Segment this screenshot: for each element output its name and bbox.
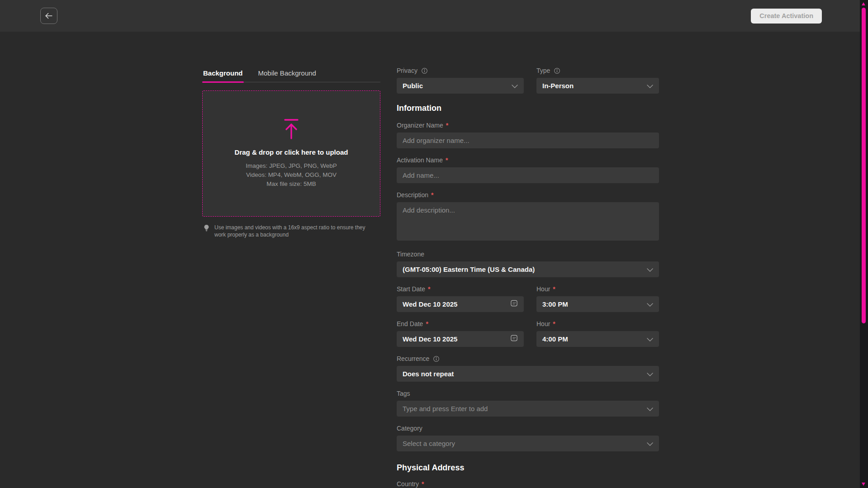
upload-dropzone[interactable]: Drag & drop or click here to upload Imag… <box>202 90 380 217</box>
scrollbar-thumb[interactable] <box>862 8 866 323</box>
category-select[interactable]: Select a category <box>397 436 659 451</box>
privacy-select[interactable]: Public <box>397 78 524 94</box>
required-asterisk: * <box>422 480 424 488</box>
timezone-label: Timezone <box>397 251 424 258</box>
chevron-down-icon <box>647 300 653 308</box>
required-asterisk: * <box>446 156 448 164</box>
aspect-ratio-hint: Use images and videos with a 16x9 aspect… <box>202 224 380 238</box>
lightbulb-icon <box>203 224 210 233</box>
organizer-name-input[interactable] <box>397 133 659 148</box>
type-value: In-Person <box>542 82 574 90</box>
page-scrollbar[interactable] <box>860 0 868 488</box>
required-asterisk: * <box>426 320 428 327</box>
required-asterisk: * <box>446 122 448 129</box>
background-upload-panel: Background Mobile Background Drag & drop… <box>202 69 380 238</box>
dropzone-title: Drag & drop or click here to upload <box>235 148 348 156</box>
start-hour-value: 3:00 PM <box>542 300 568 308</box>
calendar-icon <box>510 299 518 309</box>
chevron-down-icon <box>512 82 518 90</box>
tags-input[interactable]: Type and press Enter to add <box>397 401 659 417</box>
chevron-down-icon <box>647 440 653 448</box>
chevron-down-icon <box>647 82 653 90</box>
organizer-name-label: Organizer Name <box>397 122 443 129</box>
scrollbar-down-arrow-icon[interactable] <box>862 483 865 486</box>
privacy-label: Privacy <box>397 67 417 74</box>
timezone-value: (GMT-05:00) Eastern Time (US & Canada) <box>403 265 535 273</box>
info-icon[interactable] <box>421 67 428 74</box>
end-hour-label: Hour <box>536 320 550 327</box>
hint-text: Use images and videos with a 16x9 aspect… <box>214 224 368 238</box>
back-button[interactable] <box>40 8 57 24</box>
activation-name-input[interactable] <box>397 167 659 183</box>
end-date-label: End Date <box>397 320 423 327</box>
start-date-input[interactable]: Wed Dec 10 2025 <box>397 296 524 312</box>
privacy-value: Public <box>403 82 423 90</box>
category-placeholder: Select a category <box>403 440 455 447</box>
dropzone-max-size: Max file size: 5MB <box>266 180 316 189</box>
tab-background[interactable]: Background <box>202 69 244 82</box>
information-heading: Information <box>397 104 659 113</box>
recurrence-select[interactable]: Does not repeat <box>397 366 659 382</box>
description-label: Description <box>397 191 428 199</box>
start-date-value: Wed Dec 10 2025 <box>403 300 457 308</box>
timezone-select[interactable]: (GMT-05:00) Eastern Time (US & Canada) <box>397 261 659 277</box>
required-asterisk: * <box>553 320 555 327</box>
physical-address-heading: Physical Address <box>397 463 659 473</box>
required-asterisk: * <box>428 285 430 293</box>
calendar-icon <box>510 334 518 344</box>
scrollbar-up-arrow-icon[interactable] <box>862 2 865 5</box>
recurrence-label: Recurrence <box>397 355 429 362</box>
tab-mobile-background[interactable]: Mobile Background <box>257 69 317 82</box>
type-label: Type <box>536 67 550 74</box>
required-asterisk: * <box>431 191 433 199</box>
activation-form: Privacy Public Type <box>397 66 659 488</box>
chevron-down-icon <box>647 335 653 343</box>
tags-label: Tags <box>397 390 410 397</box>
top-bar: Create Activation <box>0 0 868 32</box>
recurrence-value: Does not repeat <box>403 370 454 378</box>
background-tabs: Background Mobile Background <box>202 69 380 82</box>
chevron-down-icon <box>647 370 653 378</box>
description-textarea[interactable] <box>397 202 659 241</box>
activation-name-label: Activation Name <box>397 156 443 164</box>
chevron-down-icon <box>647 405 653 413</box>
start-date-label: Start Date <box>397 285 425 293</box>
info-icon[interactable] <box>554 67 560 74</box>
end-hour-select[interactable]: 4:00 PM <box>536 331 659 347</box>
dropzone-videos-formats: Videos: MP4, WebM, OGG, MOV <box>246 171 337 180</box>
end-date-value: Wed Dec 10 2025 <box>403 335 457 343</box>
type-select[interactable]: In-Person <box>536 78 659 94</box>
tags-placeholder: Type and press Enter to add <box>403 405 488 412</box>
start-hour-label: Hour <box>536 285 550 293</box>
category-label: Category <box>397 425 422 432</box>
chevron-down-icon <box>647 265 653 274</box>
required-asterisk: * <box>553 285 555 293</box>
upload-arrow-icon <box>282 118 301 141</box>
arrow-left-icon <box>44 11 54 21</box>
country-label: Country <box>397 480 419 488</box>
dropzone-images-formats: Images: JPEG, JPG, PNG, WebP <box>246 161 337 171</box>
create-activation-button[interactable]: Create Activation <box>751 9 822 24</box>
start-hour-select[interactable]: 3:00 PM <box>536 296 659 312</box>
end-hour-value: 4:00 PM <box>542 335 568 343</box>
end-date-input[interactable]: Wed Dec 10 2025 <box>397 331 524 347</box>
info-icon[interactable] <box>433 355 440 362</box>
